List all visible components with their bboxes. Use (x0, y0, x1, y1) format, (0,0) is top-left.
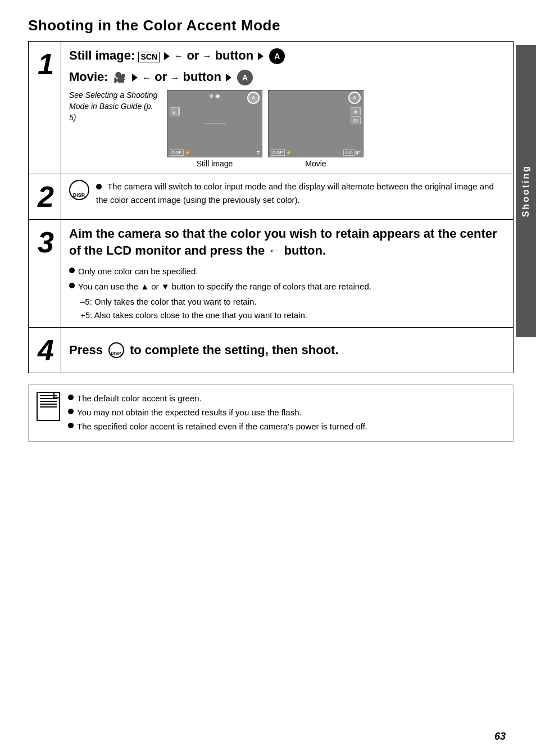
cam1-side-icon1: ▲ (170, 107, 179, 116)
step-2-disp-area: DISP. (69, 180, 89, 203)
note-dot-2 (68, 409, 74, 414)
step-3-number: 3 (29, 220, 61, 327)
note-line-5 (40, 406, 57, 408)
step-1-caption: See Selecting a Shooting Mode in Basic G… (69, 90, 159, 123)
or-text-1: or (187, 48, 202, 62)
steps-table: 1 Still image: SCN ← or → button A Movie… (28, 41, 514, 373)
note-line-2 (40, 398, 57, 399)
cam2-disp-btn: DISP (271, 150, 285, 156)
fa-icon: A (269, 48, 285, 64)
movie-label-text: Movie (305, 159, 326, 168)
step-2-text-area: The camera will switch to color input mo… (96, 180, 505, 206)
step-3-bullet-2-text: You can use the ▲ or ▼ button to specify… (78, 280, 371, 293)
note-bullet-3: The specified color accent is retained e… (68, 420, 505, 433)
step-4-row: 4 Press DISP. to complete the setting, t… (29, 328, 513, 373)
cam2-icon-r1: ◉ (351, 107, 361, 115)
note-icon-lines (40, 395, 57, 409)
sidebar-label: Shooting (521, 165, 531, 217)
bullet-dot-2 (96, 184, 102, 189)
note-dot-3 (68, 423, 74, 428)
note-bullets-list: The default color accent is green. You m… (68, 392, 505, 433)
disp-label: DISP. (73, 192, 85, 198)
note-bullet-1: The default color accent is green. (68, 392, 505, 405)
arrow-left2-icon: ← (142, 72, 151, 84)
cam2-lightning: ⚡ (286, 150, 292, 155)
cam1-lightning: ⚡ (185, 150, 190, 155)
arrow-right2-icon: → (203, 50, 212, 62)
fa-icon-movie: A (237, 70, 253, 85)
step-3-sub-bullets: –5: Only takes the color that you want t… (69, 295, 505, 322)
cam2-top-right-icon: A (348, 92, 361, 104)
step-3-title: Aim the camera so that the color you wis… (69, 225, 505, 259)
step-4-disp-label: DISP. (111, 350, 122, 357)
note-line-4 (40, 404, 57, 405)
arrow-right3-icon (258, 52, 264, 60)
step-4-number: 4 (29, 328, 61, 373)
movie-camera-wrapper: A ◉ 30 (268, 90, 364, 168)
note-content: The default color accent is green. You m… (68, 392, 505, 434)
step-2-inner: DISP. The camera will switch to color in… (69, 180, 505, 206)
right-sidebar: Shooting (516, 45, 536, 337)
step-1-content: Still image: SCN ← or → button A Movie: … (61, 42, 513, 174)
cam1-center-line (203, 124, 226, 124)
cam1-top-icon2: ◉ (215, 93, 220, 99)
arrow-right4-icon (132, 74, 138, 82)
bullet-dot-3a (69, 268, 75, 273)
cam1-top-right-icon: A (247, 92, 260, 104)
cam2-right-icons: ◉ 30 (351, 107, 361, 124)
movie-camera-box: A ◉ 30 (268, 90, 364, 157)
cam1-bottom-bar: DISP ⚡ 7 (167, 150, 262, 156)
scn-badge: SCN (138, 52, 160, 62)
arrow-right5-icon: → (170, 72, 179, 84)
cam1-number: 7 (257, 150, 260, 156)
disp-circle: DISP. (69, 180, 89, 200)
note-line-3 (40, 401, 57, 402)
step-2-text: The camera will switch to color input mo… (96, 180, 505, 206)
cam1-top-icon1: ⊕ (209, 93, 214, 99)
page-container: Shooting in the Color Accent Mode 1 Stil… (0, 0, 536, 756)
movie-cam-icon: 🎥 (113, 72, 126, 83)
step-3-bullet-2: You can use the ▲ or ▼ button to specify… (69, 280, 505, 293)
note-text-3: The specified color accent is retained e… (77, 420, 367, 433)
step-2-content: DISP. The camera will switch to color in… (61, 174, 513, 219)
step-1-body: See Selecting a Shooting Mode in Basic G… (69, 90, 505, 168)
step-4-content: Press DISP. to complete the setting, the… (61, 328, 513, 373)
movie-label: Movie: (69, 70, 108, 84)
cam1-disp-btn: DISP (170, 150, 184, 156)
step-1-title-still: Still image: SCN ← or → button A (69, 47, 505, 64)
step-3-row: 3 Aim the camera so that the color you w… (29, 220, 513, 327)
step-4-prefix: Press (69, 341, 103, 359)
step-3-bullets: Only one color can be specified. You can… (69, 265, 505, 293)
note-text-1: The default color accent is green. (77, 392, 202, 405)
note-box: The default color accent is green. You m… (28, 384, 514, 442)
step-3-bullet-1: Only one color can be specified. (69, 265, 505, 278)
step-4-title: Press DISP. to complete the setting, the… (69, 341, 339, 359)
step-1-title-movie: Movie: 🎥 ← or → button A (69, 69, 505, 85)
cam1-side-icons: ▲ (170, 107, 179, 116)
button-text-1: button (215, 48, 257, 62)
step-1-number: 1 (29, 42, 61, 174)
still-camera-wrapper: ⊕ ◉ A (167, 90, 262, 168)
cam2-640: 640 (343, 150, 354, 156)
step-4-suffix: to complete the setting, then shoot. (130, 341, 339, 359)
still-camera-box: ⊕ ◉ A (167, 90, 262, 157)
cam2-bottom-bar: DISP ⚡ 640 6" (269, 150, 363, 156)
note-bullet-2: You may not obtain the expected results … (68, 406, 505, 419)
note-text-2: You may not obtain the expected results … (77, 406, 302, 419)
step-3-content: Aim the camera so that the color you wis… (61, 220, 513, 327)
cam2-time: 6" (356, 150, 361, 156)
bullet-dot-3b (69, 283, 75, 288)
still-image-label: Still image (197, 159, 233, 168)
step-3-bullet-1-text: Only one color can be specified. (78, 265, 198, 278)
step-2-number: 2 (29, 174, 61, 219)
arrow-right-icon (164, 52, 170, 60)
cameras-row: ⊕ ◉ A (167, 90, 505, 168)
step-2-text-content: The camera will switch to color input mo… (96, 182, 494, 204)
arrow-right6-icon (226, 74, 231, 82)
note-line-1 (40, 395, 57, 396)
still-label: Still image: (69, 48, 135, 62)
page-number: 63 (494, 731, 506, 743)
step-3-sub-1: –5: Only takes the color that you want t… (80, 295, 505, 308)
page-title: Shooting in the Color Accent Mode (28, 17, 514, 34)
note-dot-1 (68, 395, 74, 400)
